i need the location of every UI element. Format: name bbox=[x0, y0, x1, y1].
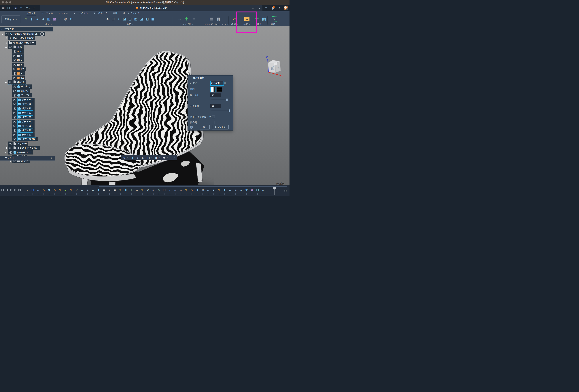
browser-row-XZ[interactable]: XZ bbox=[9, 71, 25, 76]
go-to-end-button[interactable] bbox=[18, 189, 21, 191]
info-icon[interactable]: i bbox=[190, 126, 193, 129]
redo-icon[interactable]: ↷▼ bbox=[26, 5, 30, 11]
dialog-titlebar[interactable]: − ゼブラ解析 bbox=[188, 76, 233, 80]
file-menu-icon[interactable]: ❏▼ bbox=[7, 5, 12, 11]
combine-icon[interactable]: ◧ bbox=[145, 16, 149, 22]
new-component-icon[interactable]: → bbox=[177, 16, 182, 22]
press-pull-icon[interactable]: ❏ bbox=[111, 16, 115, 22]
look-at-tool[interactable]: ◨ bbox=[130, 156, 134, 159]
timeline-feature-move-icon[interactable]: ↔↕ bbox=[91, 188, 95, 192]
browser-row-原点[interactable]: 原点 bbox=[5, 45, 24, 49]
timeline-feature-funnel-icon[interactable]: ▽ bbox=[74, 188, 78, 192]
visibility-on-icon[interactable] bbox=[13, 68, 16, 70]
hole-icon[interactable]: ◍ bbox=[64, 16, 68, 22]
browser-row-ボディ23[interactable]: ボディ23 bbox=[9, 115, 35, 119]
visibility-on-icon[interactable] bbox=[13, 103, 16, 105]
canvas-icon[interactable]: ▨ bbox=[261, 16, 267, 22]
timeline-feature-pipe-t-icon[interactable]: Ψ bbox=[245, 188, 249, 192]
timeline-feature-extrude-icon[interactable]: ▮ bbox=[96, 188, 100, 192]
zoom-window-button[interactable] bbox=[9, 1, 11, 3]
group-label[interactable]: 作成▼ bbox=[45, 23, 52, 26]
timeline-feature-cone-icon[interactable]: ▲ bbox=[212, 188, 216, 192]
timeline-feature-move-icon[interactable]: ↔↕ bbox=[85, 188, 89, 192]
chevron-down-icon[interactable] bbox=[5, 151, 7, 154]
timeline-settings-gear-icon[interactable]: ⚙ bbox=[284, 189, 287, 193]
opacity-slider[interactable] bbox=[212, 109, 230, 112]
play-button[interactable] bbox=[10, 189, 12, 191]
group-label[interactable]: 選択▼ bbox=[271, 23, 278, 26]
create-sketch-icon[interactable]: ✎ bbox=[24, 16, 28, 22]
chevron-right-icon[interactable] bbox=[5, 37, 7, 39]
timeline-feature-sketch-icon[interactable]: ✎ bbox=[184, 188, 188, 192]
step-forward-button[interactable] bbox=[14, 189, 17, 191]
timeline-feature-pin-icon[interactable]: ◖ bbox=[168, 188, 172, 192]
browser-row-ボディ27 (1)[interactable]: ボディ27 (1) bbox=[9, 137, 38, 141]
visibility-on-icon[interactable] bbox=[13, 138, 16, 140]
browser-row-ボディ20[interactable]: ボディ20 bbox=[9, 102, 35, 106]
timeline-feature-planes-icon[interactable]: ▰ bbox=[64, 188, 68, 192]
timeline-feature-sketch-icon[interactable]: ✎ bbox=[118, 188, 123, 192]
visibility-off-icon[interactable] bbox=[13, 85, 16, 88]
visibility-on-icon[interactable] bbox=[13, 59, 16, 62]
visibility-on-icon[interactable] bbox=[13, 125, 16, 127]
timeline-feature-pin-icon[interactable]: ◖ bbox=[25, 188, 29, 192]
chevron-right-icon[interactable] bbox=[5, 42, 7, 44]
chevron-right-icon[interactable] bbox=[5, 143, 7, 145]
visibility-on-icon[interactable] bbox=[13, 73, 16, 75]
group-label[interactable]: アセンブリ▼ bbox=[180, 23, 193, 26]
draft-icon[interactable]: ◩ bbox=[134, 16, 138, 22]
chevron-down-icon[interactable] bbox=[5, 46, 7, 48]
visibility-on-icon[interactable] bbox=[13, 112, 16, 114]
model-viewport[interactable]: 前 右 上 Z X 10 ボディ bbox=[0, 26, 290, 196]
timeline-feature-form-icon[interactable]: ▩ bbox=[250, 188, 254, 192]
timeline-feature-extrude-icon[interactable]: ▮ bbox=[124, 188, 128, 192]
visibility-on-icon[interactable] bbox=[9, 143, 12, 145]
sweep-icon[interactable]: ◠ bbox=[58, 16, 62, 22]
timeline-feature-sketch-icon[interactable]: ✎ bbox=[217, 188, 221, 192]
extensions-icon[interactable]: ◒ bbox=[257, 5, 262, 11]
timeline-feature-move-icon[interactable]: ↔↕ bbox=[206, 188, 210, 192]
ribbon-tab-2[interactable]: サーフェス bbox=[41, 11, 53, 15]
grid-tool[interactable]: ▦▼ bbox=[162, 156, 168, 159]
timeline-feature-sketch-icon[interactable]: ✎ bbox=[69, 188, 73, 192]
document-tab[interactable]: FUISON for Interior v5* bbox=[40, 5, 262, 11]
loft-icon[interactable]: ▲ bbox=[35, 16, 39, 22]
timeline-feature-move-icon[interactable]: ↔↕ bbox=[179, 188, 183, 192]
timeline-feature-move-icon[interactable]: ↔↕ bbox=[135, 188, 139, 192]
visibility-on-icon[interactable] bbox=[13, 50, 16, 53]
timeline-feature-move-icon[interactable]: ↔↕ bbox=[107, 188, 111, 192]
ribbon-tab-7[interactable]: ユーティリティ bbox=[123, 11, 139, 15]
visibility-on-icon[interactable] bbox=[9, 81, 12, 83]
config-table-icon[interactable]: ▦ bbox=[216, 16, 221, 22]
fillet-icon[interactable]: ◗ bbox=[117, 16, 121, 22]
timeline-feature-pattern-icon[interactable]: ✳ bbox=[157, 188, 161, 192]
timeline-feature-move-icon[interactable]: ↔↕ bbox=[228, 188, 232, 192]
visibility-on-icon[interactable] bbox=[13, 116, 16, 118]
timeline-feature-body-icon[interactable]: ❏ bbox=[162, 188, 166, 192]
structure-icon[interactable]: ≡ bbox=[191, 16, 197, 22]
timeline-feature-sketch-icon[interactable]: ✎ bbox=[42, 188, 46, 192]
browser-row-Z[interactable]: Z bbox=[9, 63, 24, 67]
timeline-playhead[interactable] bbox=[273, 187, 276, 195]
job-status-icon[interactable]: ◷ bbox=[264, 5, 268, 11]
browser-row-X[interactable]: X bbox=[9, 54, 24, 58]
visibility-on-icon[interactable] bbox=[13, 107, 16, 110]
direction-vertical-button[interactable] bbox=[210, 87, 216, 92]
timeline-scrollbar[interactable] bbox=[99, 186, 287, 187]
timeline-feature-sketch-icon[interactable]: ✎ bbox=[58, 188, 62, 192]
ribbon-tab-6[interactable]: 管理 bbox=[113, 11, 118, 15]
pipe-icon[interactable]: ⊘ bbox=[69, 16, 73, 22]
timeline-feature-cone-icon[interactable]: ▲ bbox=[239, 188, 243, 192]
timeline-feature-sketch-icon[interactable]: ✎ bbox=[53, 188, 57, 192]
opacity-input[interactable]: 97 bbox=[210, 104, 221, 108]
browser-row-テーブル[interactable]: テーブル bbox=[9, 93, 32, 97]
collapse-panel-icon[interactable]: « bbox=[1, 28, 2, 30]
new-tab-icon[interactable]: + bbox=[251, 5, 255, 11]
joint-icon[interactable]: ✚ bbox=[184, 16, 189, 22]
chevron-down-icon[interactable] bbox=[1, 33, 3, 35]
minimize-panel-icon[interactable]: − bbox=[50, 28, 51, 31]
visibility-on-icon[interactable] bbox=[13, 134, 16, 136]
timeline-feature-body-icon[interactable]: ❏ bbox=[256, 188, 260, 192]
browser-row-ボディ25[interactable]: ボディ25 bbox=[9, 124, 35, 128]
browser-row-ボディ19[interactable]: ボディ19 bbox=[9, 98, 35, 102]
